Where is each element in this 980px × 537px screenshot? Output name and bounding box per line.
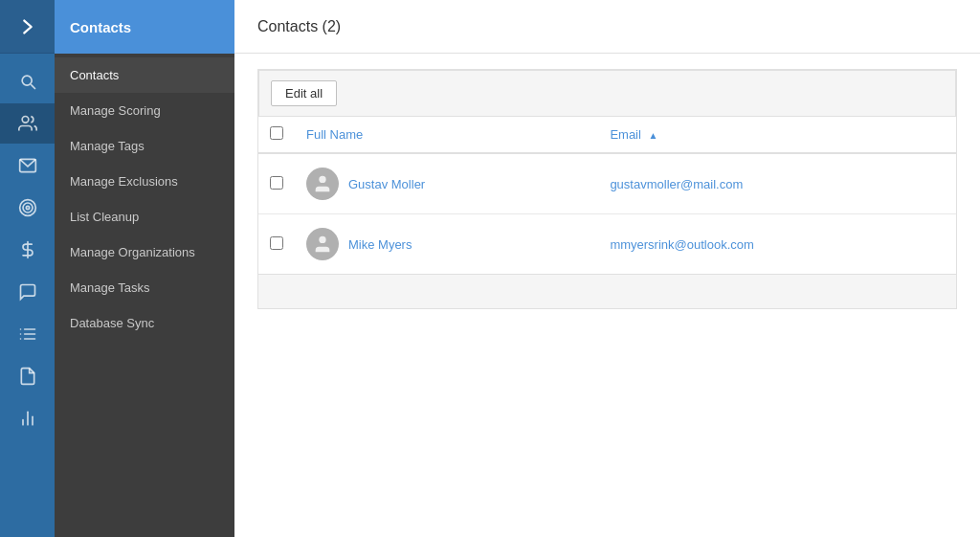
row-1-checkbox[interactable] (270, 176, 283, 190)
sidebar-nav: Contacts Manage Scoring Manage Tags Mana… (55, 54, 234, 341)
sidebar-item-database-sync[interactable]: Database Sync (55, 305, 234, 341)
table-toolbar: Edit all (258, 70, 956, 117)
avatar (306, 228, 339, 260)
row-2-email-cell: mmyersrink@outlook.com (598, 214, 956, 275)
contacts-table: Full Name Email ▲ (258, 117, 956, 274)
sidebar-item-manage-scoring[interactable]: Manage Scoring (55, 93, 234, 128)
contact-name-link[interactable]: Gustav Moller (348, 177, 425, 191)
contact-email-link[interactable]: gustavmoller@mail.com (610, 177, 743, 191)
sidebar-header: Contacts (55, 0, 234, 54)
chart-nav-icon[interactable] (0, 398, 55, 438)
chat-nav-icon[interactable] (0, 272, 55, 312)
svg-point-0 (22, 117, 29, 123)
sidebar-title: Contacts (70, 19, 131, 35)
document-nav-icon[interactable] (0, 356, 55, 396)
main-header: Contacts (2) (234, 0, 980, 54)
dollar-nav-icon[interactable] (0, 230, 55, 270)
contact-email-link[interactable]: mmyersrink@outlook.com (610, 237, 753, 252)
target-nav-icon[interactable] (0, 188, 55, 228)
main-body: Edit all Full Name Email ▲ (234, 54, 980, 537)
row-2-checkbox[interactable] (270, 236, 283, 250)
row-1-email-cell: gustavmoller@mail.com (598, 153, 956, 214)
name-with-avatar: Gustav Moller (306, 168, 587, 200)
table-footer (258, 274, 956, 308)
sort-asc-icon: ▲ (649, 130, 658, 141)
person-icon (312, 173, 333, 194)
sidebar-item-contacts[interactable]: Contacts (55, 57, 234, 93)
contact-name-link[interactable]: Mike Myers (348, 237, 412, 252)
chevron-right-icon (17, 16, 38, 37)
table-row: Mike Myers mmyersrink@outlook.com (258, 214, 956, 275)
svg-point-14 (319, 176, 325, 183)
avatar (306, 168, 339, 200)
sidebar-item-manage-exclusions[interactable]: Manage Exclusions (55, 164, 234, 199)
table-row: Gustav Moller gustavmoller@mail.com (258, 153, 956, 214)
sidebar-item-manage-tasks[interactable]: Manage Tasks (55, 270, 234, 305)
row-1-name-cell: Gustav Moller (295, 153, 598, 214)
sidebar-item-manage-organizations[interactable]: Manage Organizations (55, 235, 234, 270)
name-with-avatar: Mike Myers (306, 228, 587, 260)
search-nav-icon[interactable] (0, 61, 55, 101)
sidebar-item-manage-tags[interactable]: Manage Tags (55, 128, 234, 164)
th-email[interactable]: Email ▲ (598, 117, 956, 153)
svg-point-4 (26, 206, 29, 209)
page-title: Contacts (2) (257, 18, 341, 35)
contacts-table-wrapper: Edit all Full Name Email ▲ (257, 69, 957, 309)
svg-point-3 (23, 203, 33, 213)
edit-all-button[interactable]: Edit all (271, 80, 337, 106)
mail-nav-icon[interactable] (0, 145, 55, 186)
contacts-nav-icon[interactable] (0, 103, 55, 144)
row-2-name-cell: Mike Myers (295, 214, 598, 275)
person-icon (312, 234, 333, 255)
icon-bar-icons (0, 54, 55, 438)
row-checkbox-cell (258, 153, 295, 214)
th-select-all (258, 117, 295, 153)
th-full-name[interactable]: Full Name (295, 117, 598, 153)
sidebar-item-list-cleanup[interactable]: List Cleanup (55, 199, 234, 235)
sidebar: Contacts Contacts Manage Scoring Manage … (55, 0, 234, 537)
row-checkbox-cell (258, 214, 295, 275)
icon-bar (0, 0, 55, 537)
list-nav-icon[interactable] (0, 314, 55, 354)
logo-area[interactable] (0, 0, 55, 54)
select-all-checkbox[interactable] (270, 126, 283, 140)
svg-point-15 (319, 236, 325, 243)
main-content-area: Contacts (2) Edit all Full Name (234, 0, 980, 537)
